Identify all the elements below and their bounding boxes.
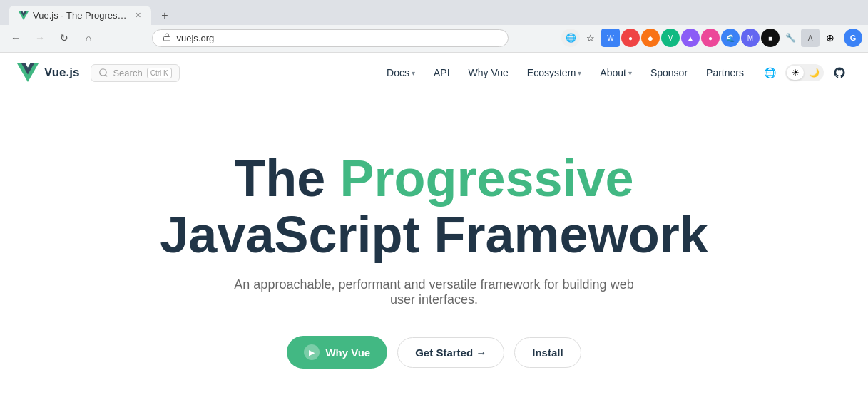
nav-ecosystem[interactable]: Ecosystem ▾ [519, 63, 590, 83]
chevron-down-icon: ▾ [412, 69, 415, 77]
nav-sponsor[interactable]: Sponsor [642, 63, 696, 83]
ext9-icon[interactable]: ■ [761, 29, 780, 47]
ext6-icon[interactable]: ● [701, 29, 720, 47]
tab-close-button[interactable]: ✕ [135, 11, 141, 20]
translate-icon: 🌐 [764, 67, 776, 78]
extension-icons: 🌐 ☆ W ● ◆ V ▲ ● 🌊 M ■ 🔧 A ⊕ [561, 29, 839, 47]
browser-chrome: Vue.js - The Progressive JavaScript Fram… [0, 0, 868, 53]
ext10-icon[interactable]: 🔧 [781, 29, 800, 47]
nav-about-label: About [600, 67, 626, 78]
svg-rect-0 [163, 36, 170, 41]
nav-ecosystem-label: Ecosystem [527, 67, 576, 78]
hero-section: The Progressive JavaScript Framework An … [0, 93, 868, 395]
nav-docs-label: Docs [387, 67, 409, 78]
nav-playground-label: Why Vue [469, 67, 509, 78]
theme-toggle[interactable]: ☀ 🌙 [785, 64, 824, 81]
forward-button[interactable]: → [30, 28, 50, 48]
nav-docs[interactable]: Docs ▾ [378, 63, 424, 83]
hero-title: The Progressive JavaScript Framework [160, 150, 708, 263]
star-icon[interactable]: ☆ [581, 29, 600, 47]
nav-playground[interactable]: Why Vue [460, 63, 517, 83]
svg-point-1 [100, 69, 106, 76]
github-link[interactable] [828, 61, 851, 84]
tab-favicon-icon [19, 11, 29, 21]
get-started-button[interactable]: Get Started → [397, 337, 504, 368]
ext2-icon[interactable]: ● [621, 29, 640, 47]
chevron-ecosystem-icon: ▾ [578, 69, 581, 77]
profile-button[interactable]: G [844, 29, 862, 47]
address-bar-row: ← → ↻ ⌂ vuejs.org 🌐 ☆ W ● ◆ V ▲ ● 🌊 M [0, 25, 868, 52]
ext12-icon[interactable]: ⊕ [821, 29, 839, 47]
hero-title-part2: JavaScript Framework [160, 206, 708, 263]
nav-right: 🌐 ☀ 🌙 [758, 61, 851, 84]
nav-sponsor-label: Sponsor [650, 67, 688, 78]
ext1-icon[interactable]: W [601, 29, 620, 47]
why-vue-button[interactable]: ▶ Why Vue [287, 336, 387, 369]
navbar: Vue.js Search Ctrl K Docs ▾ API Why Vue … [0, 53, 868, 93]
translate-icon[interactable]: 🌐 [561, 29, 580, 47]
ext5-icon[interactable]: ▲ [681, 29, 700, 47]
nav-api-label: API [434, 67, 450, 78]
url-text: vuejs.org [177, 33, 215, 43]
search-label: Search [113, 68, 142, 78]
nav-partners[interactable]: Partners [698, 63, 752, 83]
chevron-about-icon: ▾ [628, 69, 632, 77]
install-label: Install [532, 347, 563, 359]
play-icon: ▶ [304, 344, 320, 360]
tab-bar: Vue.js - The Progressive JavaScript Fram… [0, 0, 868, 25]
lock-icon [163, 33, 171, 43]
hero-subtitle: An approachable, performant and versatil… [220, 277, 648, 307]
get-started-label: Get Started → [415, 347, 486, 359]
nav-about[interactable]: About ▾ [591, 63, 640, 83]
ext4-icon[interactable]: V [661, 29, 680, 47]
hero-buttons: ▶ Why Vue Get Started → Install [287, 336, 581, 369]
search-shortcut: Ctrl K [147, 68, 172, 78]
hero-title-part1: The [234, 150, 339, 207]
github-icon [833, 66, 846, 79]
tab-title: Vue.js - The Progressive JavaScript Fram… [33, 10, 131, 21]
light-theme-option[interactable]: ☀ [787, 66, 804, 80]
ext11-icon[interactable]: A [801, 29, 820, 47]
new-tab-button[interactable]: + [155, 6, 174, 25]
ext7-icon[interactable]: 🌊 [721, 29, 740, 47]
install-button[interactable]: Install [514, 337, 581, 368]
home-button[interactable]: ⌂ [78, 28, 98, 48]
reload-button[interactable]: ↻ [54, 28, 74, 48]
vue-logo-icon [17, 62, 39, 83]
why-vue-label: Why Vue [325, 347, 370, 359]
logo-link[interactable]: Vue.js [17, 62, 79, 83]
translate-lang-button[interactable]: 🌐 [758, 61, 781, 84]
nav-api[interactable]: API [425, 63, 459, 83]
logo-text: Vue.js [44, 66, 79, 80]
address-bar[interactable]: vuejs.org [152, 29, 509, 47]
search-icon [98, 68, 108, 78]
browser-tab[interactable]: Vue.js - The Progressive JavaScript Fram… [9, 6, 151, 25]
back-button[interactable]: ← [6, 28, 26, 48]
ext8-icon[interactable]: M [741, 29, 760, 47]
dark-theme-option[interactable]: 🌙 [805, 66, 822, 80]
search-box[interactable]: Search Ctrl K [91, 64, 179, 82]
nav-links: Docs ▾ API Why Vue Ecosystem ▾ About ▾ S… [378, 63, 752, 83]
nav-partners-label: Partners [706, 67, 744, 78]
hero-title-highlight: Progressive [339, 150, 633, 207]
ext3-icon[interactable]: ◆ [641, 29, 660, 47]
